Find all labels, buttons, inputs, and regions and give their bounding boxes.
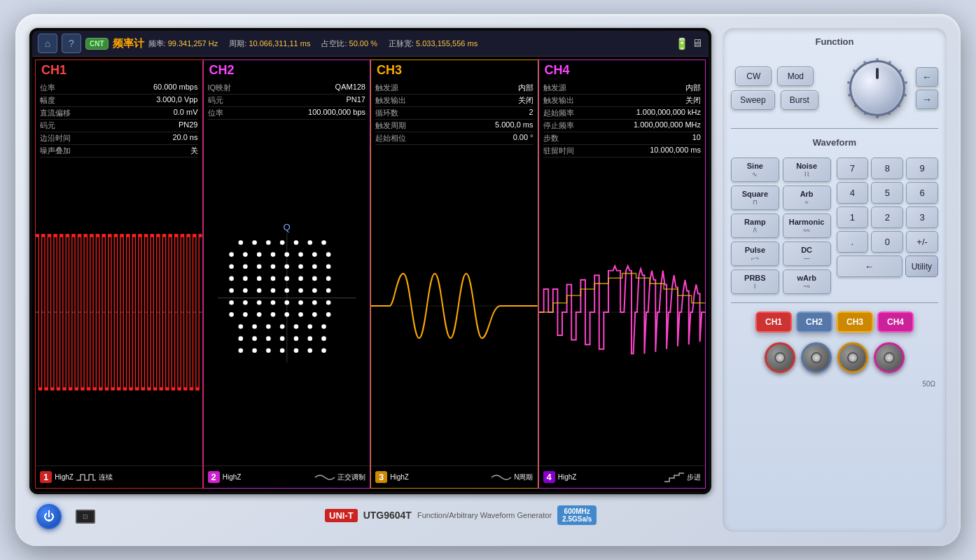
num-7[interactable]: 7 <box>837 158 869 179</box>
home-button[interactable]: ⌂ <box>38 34 57 53</box>
ch3-params: 触发源 内部 触发输出 关闭 循环数 2 <box>371 80 538 146</box>
ch1-button[interactable]: CH1 <box>755 312 792 332</box>
bottom-controls: ⏻ ⊡ UNI-T UTG9604T Function/Arbitrary Wa… <box>29 501 711 532</box>
ch4-bnc <box>874 342 905 373</box>
ch1-param-bitrate: 位率 60.000 mbps <box>40 82 198 94</box>
poswidth-info: 正脉宽: 5.033,155,556 ms <box>389 38 477 49</box>
mod-button[interactable]: Mod <box>777 66 814 86</box>
num-1[interactable]: 1 <box>837 206 869 228</box>
svg-point-68 <box>266 336 271 341</box>
svg-point-38 <box>270 288 275 293</box>
power-button[interactable]: ⏻ <box>36 504 62 529</box>
square-button[interactable]: Square ⊓ <box>731 186 779 210</box>
ch2-footer: 2 HighZ 正交调制 <box>204 465 370 488</box>
top-bar: ⌂ ? CNT 频率计 频率: 99.341,257 Hz 周期: 10.066… <box>32 31 709 57</box>
usb-port: ⊡ <box>76 510 95 524</box>
divider-2 <box>731 302 938 303</box>
ch4-button[interactable]: CH4 <box>877 312 914 332</box>
prbs-button[interactable]: PRBS ⌇ <box>731 270 779 294</box>
svg-point-59 <box>238 324 243 329</box>
ch3-connector <box>837 342 868 373</box>
num-4[interactable]: 4 <box>837 182 869 204</box>
waveform-section-title: Waveform <box>731 137 938 148</box>
noise-button[interactable]: Noise ⌇⌇ <box>783 158 831 182</box>
num-0[interactable]: 0 <box>871 231 903 253</box>
channel-4: CH4 触发源 内部 触发输出 关闭 起始频率 <box>538 59 706 489</box>
num-6[interactable]: 6 <box>906 182 938 204</box>
ch3-button[interactable]: CH3 <box>837 312 873 332</box>
ch3-param-cycles: 循环数 2 <box>375 107 534 120</box>
svg-point-20 <box>243 264 248 269</box>
ch1-display <box>36 159 202 465</box>
help-button[interactable]: ? <box>62 34 81 53</box>
svg-point-63 <box>293 324 298 329</box>
ch2-constellation: Q <box>204 121 370 465</box>
arrow-right-button[interactable]: → <box>916 90 938 109</box>
ch1-connector <box>765 342 795 373</box>
svg-point-64 <box>307 324 312 329</box>
main-knob[interactable] <box>849 60 905 116</box>
ch3-waveform-icon <box>492 472 511 483</box>
ch3-param-trigger: 触发源 内部 <box>375 82 534 94</box>
num-9[interactable]: 9 <box>906 158 938 179</box>
svg-point-22 <box>270 264 275 269</box>
svg-point-48 <box>298 300 303 305</box>
ch1-param-noise: 噪声叠加 关 <box>40 145 198 158</box>
ch3-bnc-inner <box>847 352 858 363</box>
sine-button[interactable]: Sine ∿ <box>731 158 779 182</box>
svg-point-6 <box>266 240 271 245</box>
svg-point-25 <box>312 264 317 269</box>
svg-point-76 <box>279 349 284 354</box>
ramp-button[interactable]: Ramp /\ <box>731 214 779 238</box>
svg-point-27 <box>229 276 234 281</box>
battery-icon: 🔋 <box>675 37 689 50</box>
num-5[interactable]: 5 <box>871 182 903 204</box>
screen-wrapper: ⌂ ? CNT 频率计 频率: 99.341,257 Hz 周期: 10.066… <box>29 28 711 494</box>
arb-button[interactable]: Arb ≈ <box>783 186 831 210</box>
cw-button[interactable]: CW <box>735 66 772 86</box>
ch4-impedance: HighZ <box>558 473 577 481</box>
num-dot[interactable]: . <box>837 231 869 253</box>
svg-point-62 <box>279 324 284 329</box>
burst-button[interactable]: Burst <box>781 90 818 110</box>
numpad: 7 8 9 4 5 6 1 2 3 . 0 +/- <box>837 158 939 253</box>
svg-point-60 <box>252 324 257 329</box>
svg-point-66 <box>238 336 243 341</box>
screen-section: ⌂ ? CNT 频率计 频率: 99.341,257 Hz 周期: 10.066… <box>29 28 711 532</box>
model-description: Function/Arbitrary Waveform Generator <box>417 511 552 519</box>
svg-point-28 <box>243 276 248 281</box>
svg-point-44 <box>243 300 248 305</box>
svg-point-36 <box>243 288 248 293</box>
sweep-button[interactable]: Sweep <box>731 90 775 110</box>
ch1-param-code: 码元 PN29 <box>40 120 198 132</box>
svg-point-8 <box>293 240 298 245</box>
ch1-header: CH1 <box>36 60 202 80</box>
svg-point-18 <box>326 252 330 257</box>
ch2-button[interactable]: CH2 <box>796 312 832 332</box>
num-8[interactable]: 8 <box>871 158 903 179</box>
svg-point-40 <box>298 288 303 293</box>
backspace-button[interactable]: ← <box>837 255 902 277</box>
svg-point-45 <box>256 300 261 305</box>
svg-point-24 <box>298 264 303 269</box>
harmonic-button[interactable]: Harmonic ≈≈ <box>783 214 831 238</box>
svg-point-7 <box>279 240 284 245</box>
channels-grid: CH1 位率 60.000 mbps 幅度 3.000,0 Vpp <box>32 57 709 491</box>
pulse-button[interactable]: Pulse ⌐¬ <box>731 241 779 266</box>
ch1-impedance: HighZ <box>55 473 74 481</box>
num-plusminus[interactable]: +/- <box>906 231 938 253</box>
svg-point-19 <box>229 264 234 269</box>
svg-point-29 <box>256 276 261 281</box>
warb-button[interactable]: wArb ~≈ <box>783 270 831 294</box>
arrow-left-button[interactable]: ← <box>916 67 938 87</box>
backspace-utility-row: ← Utility <box>837 255 939 277</box>
screen: ⌂ ? CNT 频率计 频率: 99.341,257 Hz 周期: 10.066… <box>32 31 709 491</box>
ch1-bnc-inner <box>774 352 786 363</box>
dc-button[interactable]: DC — <box>783 241 831 266</box>
num-2[interactable]: 2 <box>871 206 903 228</box>
utility-button[interactable]: Utility <box>905 255 938 277</box>
svg-point-32 <box>298 276 303 281</box>
num-3[interactable]: 3 <box>906 206 938 228</box>
ch3-header: CH3 <box>371 60 538 80</box>
svg-point-10 <box>321 240 326 245</box>
